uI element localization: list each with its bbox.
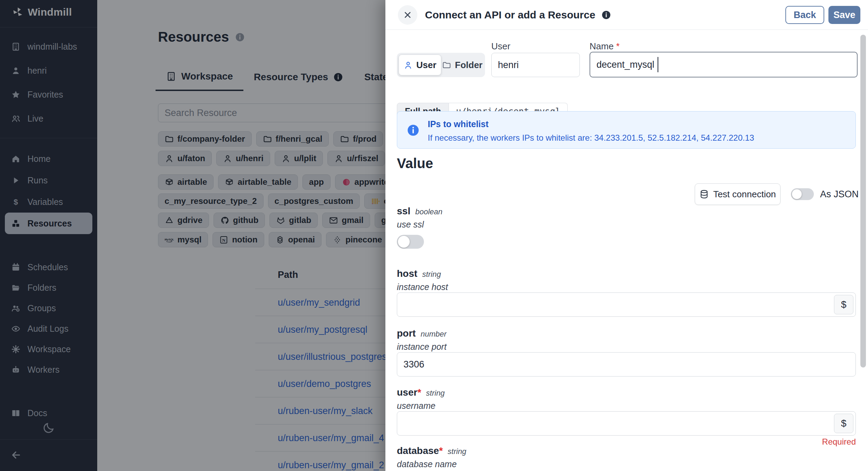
field-name-port: portnumber: [397, 328, 446, 339]
ips-whitelist-info-box: IPs to whitelist If necessary, the worke…: [397, 111, 856, 149]
insert-variable-button[interactable]: $: [834, 414, 853, 433]
field-description: instance host: [397, 282, 448, 292]
close-button[interactable]: [398, 5, 417, 25]
field-name-host: hoststring: [397, 268, 441, 279]
host-input-wrap: $: [397, 292, 856, 317]
as-json-toggle[interactable]: [791, 188, 814, 200]
folder-icon: [442, 60, 451, 70]
back-button[interactable]: Back: [785, 6, 824, 24]
close-icon: [403, 10, 412, 20]
name-field-label: Name *: [590, 41, 620, 52]
save-button[interactable]: Save: [828, 6, 860, 24]
add-resource-drawer: Connect an API or add a Resource Back Sa…: [385, 0, 868, 471]
owner-user-segment[interactable]: User: [399, 55, 441, 75]
host-input[interactable]: [397, 292, 856, 317]
user-input[interactable]: [491, 53, 580, 77]
user-field-label: User: [491, 41, 510, 52]
database-icon: [699, 189, 709, 199]
port-input-wrap: [397, 352, 856, 377]
field-name-database: database*string: [397, 445, 466, 456]
info-icon: [406, 123, 420, 137]
port-input[interactable]: [397, 352, 856, 377]
field-description: use ssl: [397, 220, 424, 230]
field-description: database name: [397, 459, 457, 469]
info-box-title: IPs to whitelist: [428, 119, 489, 129]
field-name-user: user*string: [397, 387, 445, 398]
scrollbar-thumb[interactable]: [860, 35, 866, 367]
as-json-label: As JSON: [820, 189, 859, 200]
text-cursor: [658, 57, 658, 72]
drawer-header: Connect an API or add a Resource Back Sa…: [385, 0, 868, 30]
insert-variable-button[interactable]: $: [834, 295, 853, 314]
info-icon[interactable]: [601, 10, 611, 20]
info-box-body: If necessary, the workers IPs to whiteli…: [428, 133, 754, 143]
user-icon: [403, 60, 413, 70]
ssl-toggle[interactable]: [397, 235, 424, 249]
field-description: instance port: [397, 342, 446, 352]
field-name-ssl: sslboolean: [397, 206, 442, 217]
value-heading: Value: [397, 156, 433, 171]
user-input[interactable]: [397, 411, 856, 436]
user-input-wrap: $: [397, 411, 856, 436]
drawer-title: Connect an API or add a Resource: [425, 9, 595, 21]
test-connection-button[interactable]: Test connection: [695, 183, 781, 205]
field-description: username: [397, 401, 435, 411]
name-input[interactable]: [590, 52, 858, 77]
owner-folder-segment[interactable]: Folder: [441, 55, 483, 75]
owner-kind-toggle: User Folder: [397, 53, 485, 77]
